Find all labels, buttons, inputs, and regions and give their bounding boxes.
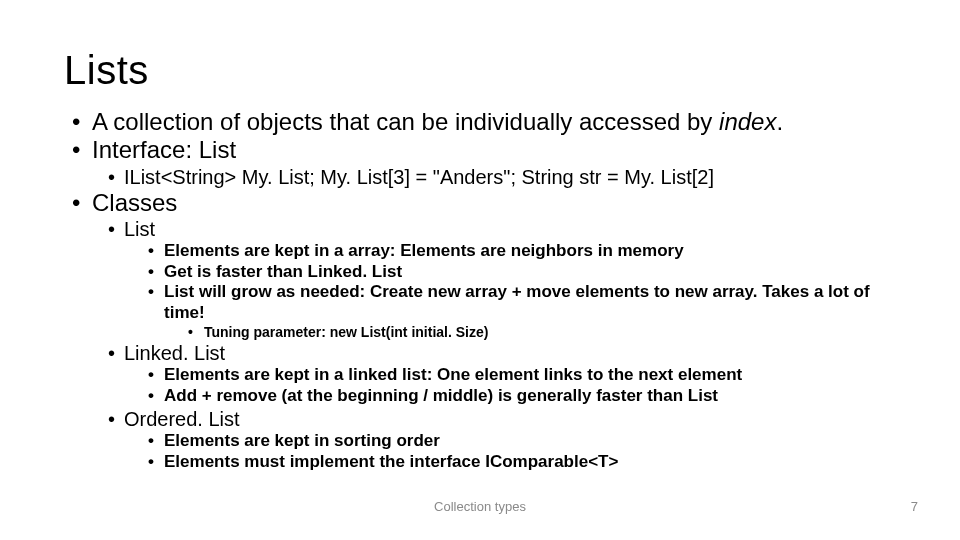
bullet-linkedlist-addremove: Add + remove (at the beginning / middle)…: [64, 386, 904, 407]
text: A collection of objects that can be indi…: [92, 108, 719, 135]
text: .: [776, 108, 783, 135]
slide-body: A collection of objects that can be indi…: [64, 108, 904, 472]
bullet-orderedlist-sorting: Elements are kept in sorting order: [64, 431, 904, 452]
slide-title: Lists: [64, 48, 149, 93]
slide: Lists A collection of objects that can b…: [0, 0, 960, 540]
bullet-list: List: [64, 217, 904, 241]
text: Tuning parameter: new List(int initial. …: [204, 324, 488, 340]
bullet-interface: Interface: List: [64, 136, 904, 164]
text: Add + remove (at the beginning / middle)…: [164, 386, 718, 405]
bullet-definition: A collection of objects that can be indi…: [64, 108, 904, 136]
text-emph: index: [719, 108, 776, 135]
text: Classes: [92, 189, 177, 216]
text: Linked. List: [124, 342, 225, 364]
text: List will grow as needed: Create new arr…: [164, 282, 870, 322]
bullet-classes: Classes: [64, 189, 904, 217]
bullet-orderedlist: Ordered. List: [64, 407, 904, 431]
text: Interface: List: [92, 136, 236, 163]
bullet-list-array: Elements are kept in a array: Elements a…: [64, 241, 904, 262]
bullet-linkedlist-structure: Elements are kept in a linked list: One …: [64, 365, 904, 386]
footer-title: Collection types: [0, 499, 960, 514]
page-number: 7: [911, 499, 918, 514]
text: Elements are kept in a linked list: One …: [164, 365, 742, 384]
bullet-list-get: Get is faster than Linked. List: [64, 262, 904, 283]
bullet-orderedlist-icomparable: Elements must implement the interface IC…: [64, 452, 904, 473]
bullet-interface-code: IList<String> My. List; My. List[3] = "A…: [64, 165, 904, 189]
text: Elements are kept in sorting order: [164, 431, 440, 450]
text: List: [124, 218, 155, 240]
bullet-list-tuning: Tuning parameter: new List(int initial. …: [64, 324, 904, 342]
text: Elements are kept in a array: Elements a…: [164, 241, 684, 260]
text: Get is faster than Linked. List: [164, 262, 402, 281]
text: IList<String> My. List; My. List[3] = "A…: [124, 166, 714, 188]
bullet-list-grow: List will grow as needed: Create new arr…: [64, 282, 904, 323]
text: Elements must implement the interface IC…: [164, 452, 618, 471]
bullet-linkedlist: Linked. List: [64, 341, 904, 365]
text: Ordered. List: [124, 408, 240, 430]
